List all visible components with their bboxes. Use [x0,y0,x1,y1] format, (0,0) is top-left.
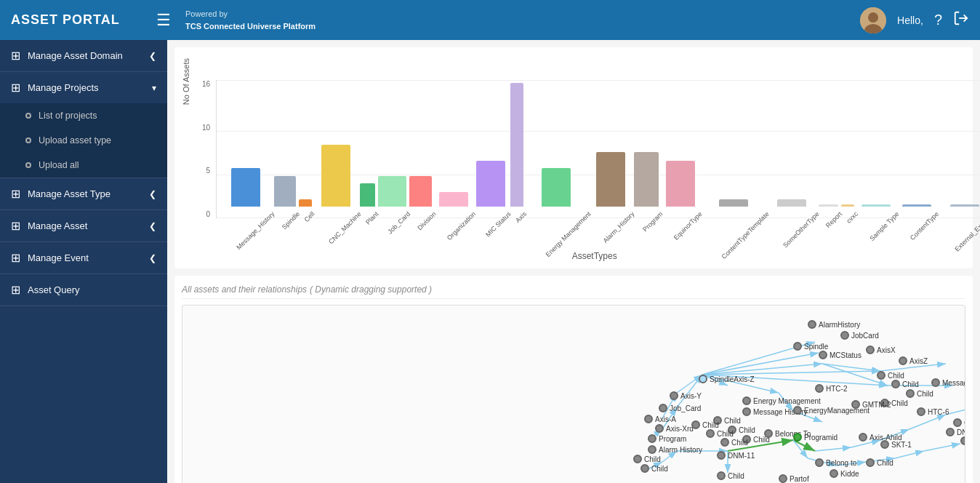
sidebar-section-projects: ⊞ Manage Projects ▾ List of projects Upl… [0,72,167,178]
graph-node: Axis-Xrd [655,424,694,433]
bar[interactable] [378,176,406,207]
graph-node: AxisX [866,346,896,354]
graph-node: Child [633,455,661,463]
sidebar-item-manage-asset[interactable]: ⊞ Manage Asset ❮ [0,210,167,242]
grid-icon: ⊞ [11,81,20,95]
sidebar-item-upload-all[interactable]: Upload all [0,153,167,177]
graph-node: Child [866,458,893,467]
bar-label: Message_History [235,210,276,251]
sidebar-section-domain: ⊞ Manage Asset Domain ❮ [0,40,167,72]
graph-node: Energy Management [742,396,821,405]
chevron-icon: ❮ [149,221,156,231]
bar[interactable] [596,152,625,207]
bar[interactable] [542,168,571,207]
bar-label: Plant [364,210,380,226]
graph-node: Program [648,434,686,443]
bar[interactable] [231,168,260,207]
graph-node: Partof [779,474,809,483]
logout-icon[interactable] [953,10,969,30]
header-right: Hello, ? [860,7,969,33]
sidebar-item-label: Manage Event [28,252,89,263]
bar[interactable] [719,199,748,207]
sidebar-item-upload-asset-type[interactable]: Upload asset type [0,128,167,153]
bar-group: ContentType [898,204,935,217]
bar-group: Message_History [220,168,271,217]
graph-node: Child [960,436,965,445]
x-axis-title: AssetTypes [194,251,980,261]
sidebar-section-query: ⊞ Asset Query [0,274,167,306]
bar-label: ContentType [909,210,940,242]
menu-icon[interactable]: ☰ [156,11,171,30]
sidebar: ⊞ Manage Asset Domain ❮ ⊞ Manage Project… [0,40,167,483]
bar-label: Job_Card [386,210,411,236]
bar-group: Plant [360,183,375,217]
sidebar-item-list-of-projects[interactable]: List of projects [0,103,167,128]
bar[interactable] [666,161,695,207]
graph-node: Child [640,464,668,473]
y-axis-title: No Of Assets [182,58,190,105]
svg-line-29 [909,415,946,429]
bar[interactable] [861,204,891,207]
bar[interactable] [902,204,931,207]
svg-line-8 [702,364,822,375]
graph-node: Child [891,380,919,388]
bar-label: Spindle [280,210,300,231]
sidebar-item-label: Manage Asset Type [28,188,111,199]
bar[interactable] [360,183,375,207]
bar-label: MIC Status [484,210,513,239]
graph-node: SKT-1 [880,440,912,449]
graph-node: MCStatus [819,351,861,359]
bar[interactable] [819,204,838,207]
graph-node: DNM-11 [717,451,755,460]
graph-node: AlarmHistory [808,320,860,329]
bar[interactable] [634,152,659,207]
graph-node: SpindleAxis-Z [699,375,755,383]
bar-label: Sample Type [868,210,900,242]
powered-by-text: Powered by TCS Connected Universe Platfo… [185,8,860,32]
bar-group: Report [819,204,838,217]
graph-node: GMTM-2 [851,400,891,409]
bar[interactable] [510,83,523,207]
bar[interactable] [299,199,312,207]
sidebar-item-manage-projects[interactable]: ⊞ Manage Projects ▾ [0,72,167,103]
header: ASSET PORTAL ☰ Powered by TCS Connected … [0,0,980,40]
sidebar-item-manage-asset-type[interactable]: ⊞ Manage Asset Type ❮ [0,178,167,209]
graph-node: Programid [793,433,838,442]
chart-body: Message_HistorySpindleCellCNC_MachinePla… [216,80,980,218]
bar[interactable] [950,204,979,207]
graph-container[interactable]: AlarmHistory JobCard Spindle MCStatus Ax… [182,305,965,483]
chevron-down-icon: ▾ [152,83,156,93]
hello-text: Hello, [897,15,923,26]
sidebar-item-label: Manage Asset [28,220,87,231]
bar[interactable] [274,176,296,207]
circle-icon [25,137,31,143]
sidebar-item-manage-asset-domain[interactable]: ⊞ Manage Asset Domain ❮ [0,40,167,71]
sidebar-section-asset: ⊞ Manage Asset ❮ [0,210,167,242]
svg-point-1 [868,12,878,23]
sidebar-item-asset-query[interactable]: ⊞ Asset Query [0,274,167,306]
graph-node: HTC-6 [917,407,949,416]
relationship-section: All assets and their relationships ( Dyn… [174,276,973,483]
circle-icon [25,162,31,168]
y-label: 10 [202,124,210,132]
bar[interactable] [321,145,350,207]
sidebar-section-event: ⊞ Manage Event ❮ [0,242,167,274]
grid-icon: ⊞ [11,219,20,233]
circle-icon [25,113,31,119]
bar-label: Alarm_History [602,210,636,244]
grid-icon: ⊞ [11,187,20,201]
bar[interactable] [439,192,468,207]
chart-wrapper: No Of Assets 16 10 5 0 [182,58,965,261]
bar[interactable] [476,161,505,207]
graph-node: DNM-8 [946,428,965,436]
sidebar-item-label: Asset Query [28,284,80,295]
bar[interactable] [841,204,854,207]
bar[interactable] [409,176,433,207]
sidebar-item-manage-event[interactable]: ⊞ Manage Event ❮ [0,242,167,274]
graph-node: Spindle [793,342,828,351]
help-icon[interactable]: ? [934,12,942,28]
y-label: 16 [202,80,210,88]
chevron-icon: ❮ [149,253,156,263]
bar-group: Program [634,152,659,217]
bar[interactable] [777,199,806,207]
